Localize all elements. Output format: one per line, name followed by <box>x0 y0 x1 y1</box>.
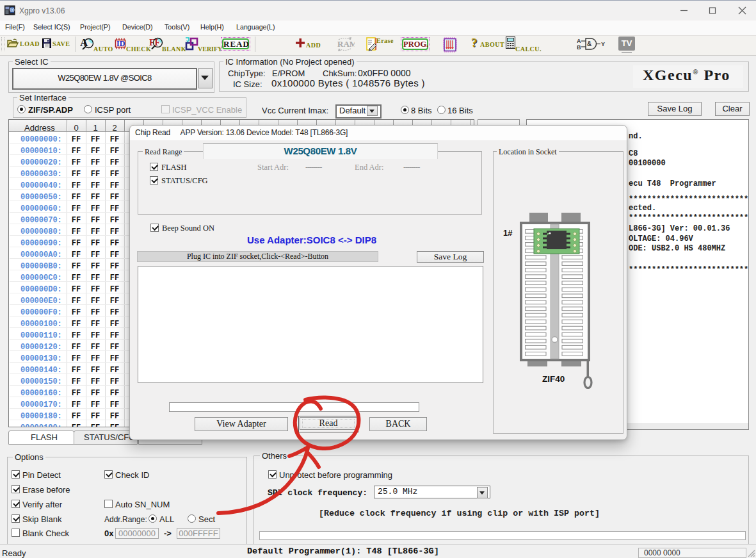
svg-text:&: & <box>587 40 591 47</box>
svg-text:Y: Y <box>601 41 605 47</box>
svg-text:B: B <box>577 44 581 51</box>
svg-text:RAM: RAM <box>337 39 355 49</box>
svg-text:A: A <box>577 38 581 44</box>
svg-text:ID: ID <box>117 39 125 48</box>
